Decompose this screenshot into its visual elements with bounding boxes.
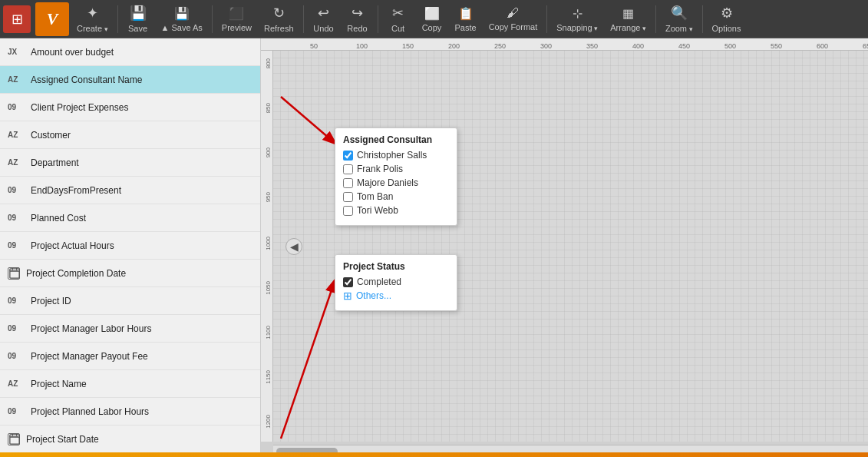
- app-logo[interactable]: V: [35, 2, 69, 36]
- item-label-client-project-expenses: Client Project Expenses: [31, 102, 128, 113]
- item-label-project-planned-labor-hours: Project Planned Labor Hours: [31, 406, 149, 417]
- checkbox-tori[interactable]: [343, 206, 353, 216]
- item-label-project-manager-payout-fee: Project Manager Payout Fee: [31, 351, 148, 362]
- ruler-h-mark-300: 300: [540, 42, 552, 50]
- type-badge-project-name: AZ: [8, 379, 25, 388]
- cut-button[interactable]: ✂ Cut: [381, 2, 415, 36]
- divider-3: [303, 5, 304, 33]
- filter-label-majore: Majore Daniels: [357, 177, 418, 188]
- calendar-icon: [8, 433, 20, 445]
- redo-button[interactable]: ↪ Redo: [341, 2, 375, 36]
- ruler-vertical: 80085090095010001050110011501200: [261, 51, 273, 442]
- sidebar-item-assigned-consultant-name[interactable]: AZAssigned Consultant Name: [0, 66, 260, 94]
- checkbox-completed[interactable]: [343, 277, 353, 287]
- preview-button[interactable]: ⬛ Preview: [216, 3, 258, 35]
- checkbox-frank[interactable]: [343, 164, 353, 174]
- refresh-label: Refresh: [264, 24, 294, 33]
- sidebar-item-department[interactable]: AZDepartment: [0, 149, 260, 177]
- ruler-h-mark-650: 650: [863, 42, 868, 50]
- divider-6: [655, 5, 656, 33]
- item-label-project-name: Project Name: [31, 379, 87, 389]
- save-label: Save: [128, 24, 147, 33]
- preview-label: Preview: [222, 23, 252, 32]
- snapping-button[interactable]: ⊹ Snapping: [550, 3, 604, 35]
- sidebar-item-project-planned-labor-hours[interactable]: 09Project Planned Labor Hours: [0, 398, 260, 426]
- scroll-back-button[interactable]: ◀: [285, 238, 302, 255]
- checkbox-tom[interactable]: [343, 192, 353, 202]
- ruler-v-mark-1200: 1200: [261, 415, 272, 429]
- type-badge-project-manager-payout-fee: 09: [8, 352, 25, 360]
- undo-button[interactable]: ↩ Undo: [307, 2, 341, 36]
- undo-label: Undo: [313, 24, 333, 33]
- sidebar-item-project-actual-hours[interactable]: 09Project Actual Hours: [0, 232, 260, 260]
- item-label-project-actual-hours: Project Actual Hours: [31, 240, 114, 251]
- divider-7: [702, 5, 703, 33]
- options-button[interactable]: ⚙ Options: [706, 2, 748, 36]
- ruler-v-mark-800: 800: [261, 58, 272, 68]
- bottom-status-bar: [0, 452, 868, 457]
- sidebar-item-project-completion-date[interactable]: Project Completion Date: [0, 260, 260, 287]
- waffle-icon[interactable]: ⊞: [3, 5, 31, 33]
- sidebar-item-amount-over-budget[interactable]: JXAmount over budget: [0, 38, 260, 66]
- filter-item-tom[interactable]: Tom Ban: [343, 191, 449, 202]
- sidebar-item-project-name[interactable]: AZProject Name: [0, 370, 260, 398]
- cut-icon: ✂: [392, 5, 404, 22]
- ruler-v-mark-1100: 1100: [261, 326, 272, 339]
- checkbox-christopher[interactable]: [343, 151, 353, 161]
- filter-item-completed[interactable]: Completed: [343, 277, 449, 287]
- options-label: Options: [712, 24, 741, 33]
- save-as-icon: 💾: [174, 6, 190, 21]
- filter-label-christopher: Christopher Salls: [357, 150, 427, 161]
- filter-item-tori[interactable]: Tori Webb: [343, 205, 449, 216]
- zoom-button[interactable]: 🔍 Zoom: [659, 2, 699, 36]
- sidebar-item-planned-cost[interactable]: 09Planned Cost: [0, 204, 260, 232]
- copy-format-button[interactable]: 🖌 Copy Format: [483, 3, 544, 35]
- copy-button[interactable]: ⬜ Copy: [415, 3, 449, 35]
- ruler-h-mark-150: 150: [402, 42, 414, 50]
- ruler-h-mark-550: 550: [771, 42, 782, 50]
- sidebar-item-project-manager-payout-fee[interactable]: 09Project Manager Payout Fee: [0, 343, 260, 370]
- canvas-content[interactable]: ◀ Assigned Consultan Christopher Salls F…: [273, 51, 868, 442]
- sidebar-item-project-start-date[interactable]: Project Start Date: [0, 426, 260, 453]
- item-label-end-days-from-present: EndDaysFromPresent: [31, 185, 121, 196]
- save-as-label: ▲ Save As: [161, 23, 203, 32]
- arrange-label: Arrange: [610, 23, 646, 32]
- refresh-button[interactable]: ↻ Refresh: [258, 2, 300, 36]
- sidebar-item-end-days-from-present[interactable]: 09EndDaysFromPresent: [0, 177, 260, 204]
- paste-button[interactable]: 📋 Paste: [449, 3, 483, 35]
- copy-format-icon: 🖌: [507, 6, 519, 20]
- sidebar-item-project-id[interactable]: 09Project ID: [0, 287, 260, 315]
- divider-4: [378, 5, 378, 33]
- divider-2: [212, 5, 213, 33]
- item-label-assigned-consultant-name: Assigned Consultant Name: [31, 75, 142, 85]
- sidebar-item-project-manager-labor-hours[interactable]: 09Project Manager Labor Hours: [0, 315, 260, 343]
- filter-item-frank[interactable]: Frank Polis: [343, 164, 449, 174]
- filter-item-majore[interactable]: Majore Daniels: [343, 177, 449, 188]
- type-badge-project-manager-labor-hours: 09: [8, 324, 25, 333]
- redo-icon: ↪: [351, 5, 363, 22]
- save-button[interactable]: 💾 Save: [121, 2, 155, 36]
- sidebar-item-customer[interactable]: AZCustomer: [0, 121, 260, 149]
- ruler-v-mark-900: 900: [261, 147, 272, 157]
- ruler-v-mark-950: 950: [261, 192, 272, 202]
- refresh-icon: ↻: [273, 5, 285, 22]
- type-badge-amount-over-budget: JX: [8, 48, 25, 56]
- create-button[interactable]: ✦ Create: [71, 2, 114, 36]
- snapping-label: Snapping: [556, 23, 598, 32]
- save-as-button[interactable]: 💾 ▲ Save As: [155, 3, 209, 35]
- ruler-h-mark-50: 50: [310, 42, 318, 50]
- filter-label-tori: Tori Webb: [357, 205, 398, 216]
- ruler-h-mark-200: 200: [448, 42, 460, 50]
- ruler-h-mark-500: 500: [724, 42, 736, 50]
- filter-item-others[interactable]: ⊞ Others...: [343, 290, 449, 301]
- redo-label: Redo: [347, 24, 367, 33]
- filter-item-christopher[interactable]: Christopher Salls: [343, 150, 449, 161]
- svg-rect-0: [10, 268, 19, 277]
- item-label-customer: Customer: [31, 130, 71, 141]
- sidebar-item-client-project-expenses[interactable]: 09Client Project Expenses: [0, 94, 260, 121]
- divider-1: [117, 5, 118, 33]
- sidebar: JXAmount over budgetAZAssigned Consultan…: [0, 38, 261, 457]
- checkbox-majore[interactable]: [343, 178, 353, 188]
- type-badge-planned-cost: 09: [8, 214, 25, 222]
- arrange-button[interactable]: ▦ Arrange: [604, 3, 652, 35]
